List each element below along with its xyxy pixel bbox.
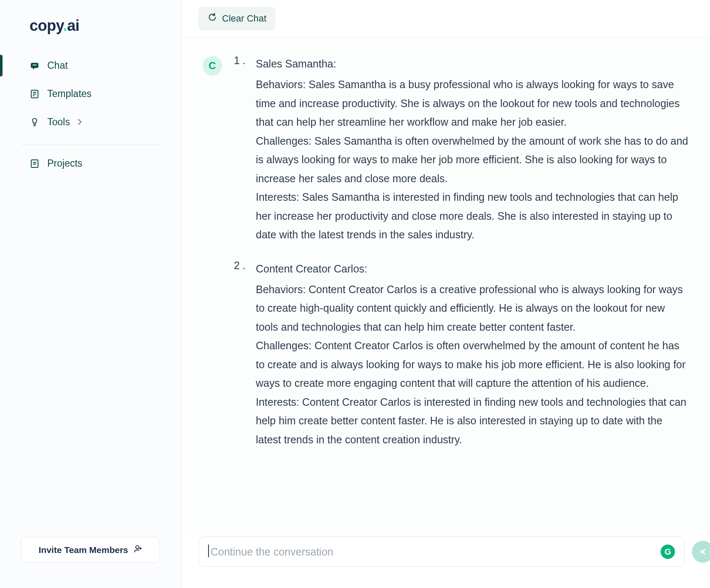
refresh-icon [208, 13, 217, 24]
sidebar: copy.ai Chat [0, 0, 182, 588]
persona-behaviors: Behaviors: Content Creator Carlos is a c… [256, 280, 689, 337]
text-cursor [208, 545, 209, 557]
send-icon [698, 547, 708, 557]
sidebar-item-label: Projects [47, 158, 82, 169]
logo-text: copy.ai [30, 17, 79, 34]
grammarly-letter: G [664, 547, 671, 557]
chevron-right-icon [78, 116, 82, 128]
divider [21, 145, 160, 145]
chat-icon [30, 61, 40, 71]
sidebar-item-label: Chat [47, 60, 68, 71]
invite-label: Invite Team Members [38, 545, 128, 555]
projects-icon [30, 159, 40, 169]
sidebar-item-label: Tools [47, 116, 70, 128]
persona-interests: Interests: Content Creator Carlos is int… [256, 393, 689, 449]
logo-prefix: copy [30, 17, 63, 34]
persona-challenges: Challenges: Sales Samantha is often over… [256, 132, 689, 188]
sidebar-item-label: Templates [47, 88, 92, 100]
avatar-letter: C [209, 60, 216, 72]
templates-icon [30, 89, 40, 99]
persona-behaviors: Behaviors: Sales Samantha is a busy prof… [256, 75, 689, 132]
person-plus-icon [133, 544, 143, 556]
input-bar: G [182, 537, 710, 588]
sidebar-item-projects[interactable]: Projects [0, 149, 181, 178]
main-nav: Chat Templates To [0, 51, 181, 136]
persona-interests: Interests: Sales Samantha is interested … [256, 188, 689, 244]
list-number: 1 . [234, 54, 246, 67]
tools-icon [30, 117, 40, 127]
avatar: C [203, 56, 222, 76]
logo-dot: . [63, 17, 67, 34]
list-item: 2 . Content Creator Carlos: Behaviors: C… [230, 259, 689, 449]
sidebar-item-templates[interactable]: Templates [0, 80, 181, 108]
input-wrapper: G [198, 537, 685, 567]
grammarly-icon[interactable]: G [661, 545, 675, 559]
persona-title: Sales Samantha: [256, 54, 689, 73]
main-content: Clear Chat C 1 . Sales Samantha: Behavio… [182, 0, 710, 588]
logo-suffix: ai [67, 17, 79, 34]
chat-input[interactable] [208, 546, 655, 558]
persona-list: 1 . Sales Samantha: Behaviors: Sales Sam… [230, 54, 689, 449]
toolbar: Clear Chat [182, 0, 710, 38]
list-item: 1 . Sales Samantha: Behaviors: Sales Sam… [230, 54, 689, 244]
persona-challenges: Challenges: Content Creator Carlos is of… [256, 336, 689, 393]
message-body: 1 . Sales Samantha: Behaviors: Sales Sam… [230, 54, 689, 464]
sidebar-item-chat[interactable]: Chat [0, 51, 181, 80]
chat-area[interactable]: C 1 . Sales Samantha: Behaviors: Sales S… [182, 38, 710, 537]
sidebar-item-tools[interactable]: Tools [0, 108, 181, 136]
sidebar-footer: Invite Team Members [0, 524, 181, 588]
assistant-message: C 1 . Sales Samantha: Behaviors: Sales S… [203, 54, 689, 464]
clear-chat-label: Clear Chat [222, 13, 266, 24]
clear-chat-button[interactable]: Clear Chat [198, 7, 276, 30]
send-button[interactable] [692, 541, 710, 563]
svg-point-11 [135, 546, 138, 549]
persona-title: Content Creator Carlos: [256, 259, 689, 278]
invite-team-button[interactable]: Invite Team Members [21, 537, 160, 563]
list-number: 2 . [234, 259, 246, 272]
logo: copy.ai [0, 17, 181, 51]
